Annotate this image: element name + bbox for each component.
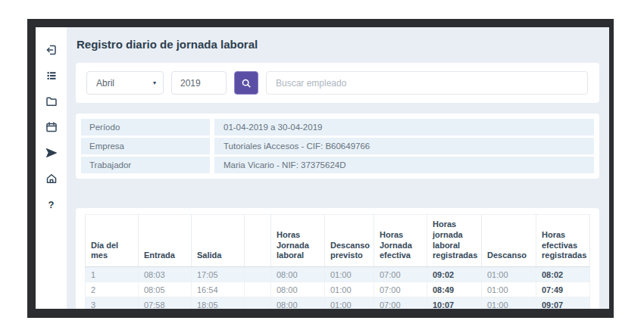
col-header-dia: Día del mes [86, 215, 139, 267]
summary-label: Trabajador [81, 157, 210, 173]
folder-icon[interactable] [45, 95, 58, 107]
cell-descanso: 01:00 [482, 297, 536, 310]
col-header-salida: Salida [192, 215, 245, 267]
cell-empty [245, 282, 271, 297]
col-header-horas-registradas: Horas jornada laboral registradas [427, 215, 482, 267]
year-input[interactable] [171, 71, 227, 95]
help-icon[interactable]: ? [45, 198, 58, 210]
cell-horas-registradas: 09:02 [427, 267, 482, 282]
cell-descanso-previsto: 01:00 [325, 267, 374, 282]
col-header-empty [245, 215, 271, 267]
cell-horas-registradas: 10:07 [427, 297, 482, 310]
cell-descanso: 01:00 [482, 267, 536, 282]
cell-horas-efectiva: 07:00 [374, 297, 427, 310]
cell-descanso-previsto: 01:00 [325, 282, 374, 297]
calendar-icon[interactable] [45, 121, 58, 133]
summary-row-periodo: Período 01-04-2019 a 30-04-2019 [81, 119, 594, 135]
table-row: 3 07:58 18:05 08:00 01:00 07:00 10:07 01… [86, 297, 590, 310]
cell-horas-registradas: 08:49 [427, 282, 482, 297]
cell-empty [245, 267, 271, 282]
cell-dia: 1 [86, 267, 139, 282]
table-header-row: Día del mes Entrada Salida Horas Jornada… [86, 215, 590, 267]
summary-value: Tutoriales iAccesos - CIF: B60649766 [214, 138, 594, 154]
cell-empty [245, 297, 271, 310]
cell-efectivas-registradas: 08:02 [536, 267, 590, 282]
sidebar-nav: ? [36, 27, 67, 309]
timesheet-table: Día del mes Entrada Salida Horas Jornada… [85, 214, 590, 309]
summary-value: 01-04-2019 a 30-04-2019 [214, 119, 594, 135]
app-body: ? Registro diario de jornada laboral Abr… [36, 27, 609, 309]
timesheet-table-card: Día del mes Entrada Salida Horas Jornada… [76, 208, 599, 309]
summary-row-empresa: Empresa Tutoriales iAccesos - CIF: B6064… [81, 138, 594, 154]
cell-horas-efectiva: 07:00 [374, 267, 427, 282]
summary-label: Empresa [81, 138, 210, 154]
main-content: Registro diario de jornada laboral Abril… [67, 27, 609, 309]
cell-efectivas-registradas: 09:07 [536, 297, 590, 310]
cell-salida: 18:05 [192, 297, 245, 310]
table-row: 1 08:03 17:05 08:00 01:00 07:00 09:02 01… [86, 267, 590, 282]
cell-dia: 3 [86, 297, 139, 310]
col-header-horas-jornada-laboral: Horas Jornada laboral [271, 215, 325, 267]
cell-salida: 17:05 [192, 267, 245, 282]
cell-horas-efectiva: 07:00 [374, 282, 427, 297]
cell-horas-laboral: 08:00 [271, 297, 325, 310]
cell-horas-laboral: 08:00 [271, 282, 325, 297]
col-header-horas-jornada-efectiva: Horas Jornada efectiva [374, 215, 427, 267]
send-icon[interactable] [45, 147, 58, 159]
cell-descanso-previsto: 01:00 [325, 297, 374, 310]
home-icon[interactable] [45, 173, 58, 185]
exit-icon[interactable] [45, 44, 58, 56]
page-title: Registro diario de jornada laboral [77, 38, 599, 51]
employee-search-input[interactable] [266, 71, 588, 95]
cell-entrada: 08:05 [139, 282, 192, 297]
month-select[interactable]: Abril ▾ [86, 71, 164, 95]
list-icon[interactable] [45, 70, 58, 82]
col-header-descanso: Descanso [482, 215, 536, 267]
app-window: ? Registro diario de jornada laboral Abr… [27, 19, 614, 318]
search-button[interactable] [234, 71, 258, 95]
summary-row-trabajador: Trabajador Maria Vicario - NIF: 37375624… [81, 157, 594, 173]
month-select-value: Abril [96, 78, 114, 89]
cell-efectivas-registradas: 07:49 [536, 282, 590, 297]
cell-horas-laboral: 08:00 [271, 267, 325, 282]
cell-entrada: 08:03 [139, 267, 192, 282]
cell-dia: 2 [86, 282, 139, 297]
help-glyph: ? [48, 199, 55, 210]
cell-descanso: 01:00 [482, 282, 536, 297]
summary-panel: Período 01-04-2019 a 30-04-2019 Empresa … [76, 114, 599, 179]
chevron-down-icon: ▾ [153, 79, 156, 86]
magnifier-icon [241, 78, 252, 89]
summary-label: Período [81, 119, 210, 135]
summary-value: Maria Vicario - NIF: 37375624D [214, 157, 594, 173]
cell-entrada: 07:58 [139, 297, 192, 310]
filter-bar: Abril ▾ [76, 63, 599, 103]
col-header-horas-efectivas-registradas: Horas efectivas registradas [536, 215, 590, 267]
col-header-entrada: Entrada [139, 215, 192, 267]
cell-salida: 16:54 [192, 282, 245, 297]
col-header-descanso-previsto: Descanso previsto [325, 215, 374, 267]
table-row: 2 08:05 16:54 08:00 01:00 07:00 08:49 01… [86, 282, 590, 297]
